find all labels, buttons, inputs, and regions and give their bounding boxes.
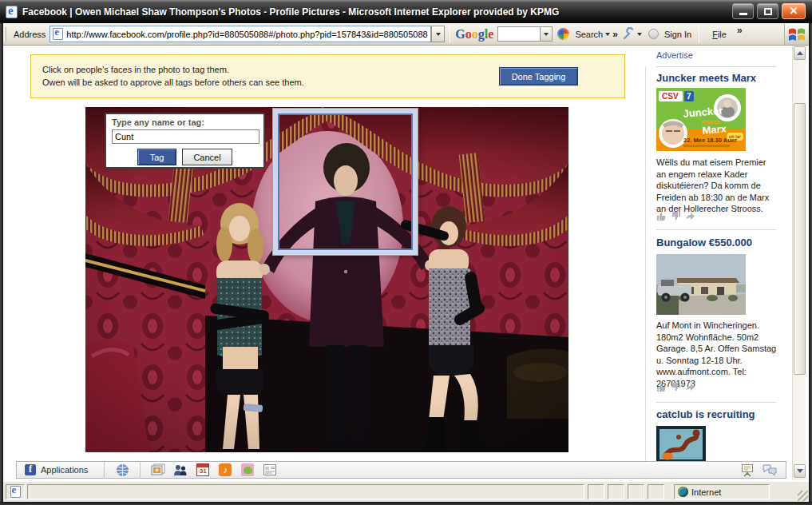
thumbs-up-icon[interactable] [656, 382, 667, 392]
menubar-overflow-chevron[interactable]: » [737, 25, 743, 36]
browse-apps-button[interactable] [113, 462, 132, 478]
advertise-link[interactable]: Advertise [656, 50, 693, 60]
share-icon[interactable] [685, 211, 695, 221]
google-logo[interactable]: Google [455, 27, 493, 42]
arrow-up-icon [797, 51, 803, 55]
thumbs-up-icon[interactable] [656, 211, 667, 221]
toolbar-grip[interactable] [4, 26, 6, 42]
google-search-button[interactable]: Search [575, 30, 603, 39]
zone-label: Internet [691, 487, 721, 497]
photos-app-button[interactable] [149, 462, 168, 478]
status-document-pane [6, 484, 25, 499]
security-zone-pane: Internet [674, 484, 770, 499]
applications-menu[interactable]: Applications [41, 465, 88, 475]
ad-feedback-icons [656, 382, 695, 392]
logo-letter: o [465, 27, 472, 41]
window-title: Facebook | Owen Michael Shaw Thompson's … [22, 6, 559, 18]
status-message-pane [27, 484, 584, 499]
google-search-dropdown[interactable] [541, 26, 553, 42]
status-pane [648, 484, 664, 499]
brain-icon [241, 463, 254, 476]
ie-icon [6, 6, 18, 18]
appbar-separator [104, 461, 105, 479]
chat-button[interactable] [760, 462, 779, 478]
ad-title-juncker[interactable]: Juncker meets Marx [656, 72, 756, 84]
ad-image-catclub[interactable] [656, 426, 706, 463]
scroll-down-button[interactable] [794, 464, 806, 478]
maximize-button[interactable] [757, 3, 778, 19]
status-pane [628, 484, 644, 499]
svg-text:CSV: CSV [662, 92, 679, 101]
notifications-button[interactable] [738, 462, 757, 478]
resize-grip[interactable] [798, 491, 808, 501]
wrench-icon[interactable] [622, 27, 636, 41]
ad-title-bungalow[interactable]: Bungalow €550.000 [656, 237, 752, 249]
minimize-button[interactable] [732, 3, 754, 19]
logo-letter: e [488, 27, 493, 41]
close-button[interactable]: ✕ [782, 3, 806, 19]
chat-bubbles-icon [762, 463, 778, 476]
facebook-logo-icon[interactable]: f [25, 464, 36, 475]
window-border-right [809, 23, 812, 505]
page-icon [53, 28, 63, 40]
section-divider [656, 66, 776, 67]
music-note-icon: ♪ [219, 463, 232, 476]
appbar-separator [140, 461, 141, 479]
minimize-icon [739, 13, 747, 15]
svg-text:Marx: Marx [702, 122, 727, 137]
likeness-app-button[interactable] [238, 462, 257, 478]
share-icon[interactable] [685, 382, 695, 392]
ad-title-catclub[interactable]: catclub is recruiting [656, 408, 755, 420]
ad-image-bungalow[interactable] [656, 254, 746, 315]
music-app-button[interactable]: ♪ [216, 462, 235, 478]
google-ball-icon [557, 28, 569, 40]
file-menu[interactable]: File [712, 30, 727, 39]
tag-button[interactable]: Tag [137, 149, 176, 165]
events-app-button[interactable]: 31 [193, 462, 212, 478]
facebook-app-bar: f Applications [16, 461, 786, 479]
globe-icon [116, 463, 129, 477]
done-tagging-button[interactable]: Done Tagging [499, 67, 578, 85]
svg-text:7: 7 [687, 92, 691, 101]
page-content: Click on people's faces in the photo to … [3, 46, 809, 480]
scrollbar-thumb[interactable] [794, 103, 806, 375]
sidebar-divider-vertical [645, 66, 646, 479]
title-bar: Facebook | Owen Michael Shaw Thompson's … [0, 0, 812, 23]
address-input[interactable]: http://www.facebook.com/profile.php?id=8… [50, 26, 431, 42]
notes-app-button[interactable] [260, 462, 279, 478]
chevron-down-icon [436, 33, 441, 36]
sign-in-icon [648, 29, 659, 39]
logo-letter: G [455, 27, 465, 41]
chevron-down-icon[interactable] [637, 33, 642, 36]
arrow-down-icon [797, 469, 803, 473]
chevron-down-icon[interactable] [605, 33, 610, 36]
friends-icon [173, 463, 188, 476]
vertical-scrollbar[interactable] [792, 46, 806, 480]
tag-dialog: Type any name or tag: Tag Cancel [105, 113, 265, 169]
browser-window: Facebook | Owen Michael Shaw Thompson's … [0, 0, 812, 505]
ad-image-juncker[interactable]: CSV 7 Juncker meets Marx oh la! 22. Mee … [656, 88, 746, 151]
photos-icon [151, 463, 165, 476]
calendar-icon: 31 [196, 463, 209, 476]
friends-app-button[interactable] [171, 462, 190, 478]
thumbs-down-icon[interactable] [671, 382, 681, 392]
maximize-icon [764, 8, 772, 15]
window-border-left [0, 23, 3, 505]
toolbar-separator [450, 26, 450, 43]
toolbar-separator [699, 26, 699, 43]
thumbs-down-icon[interactable] [671, 211, 681, 221]
logo-letter: g [478, 27, 485, 41]
toolbar-overflow-chevron[interactable]: » [612, 29, 618, 40]
google-search-input[interactable] [497, 26, 541, 42]
cancel-button[interactable]: Cancel [182, 149, 232, 165]
section-divider [656, 402, 776, 403]
easel-icon [740, 463, 755, 477]
address-label: Address [14, 30, 46, 39]
window-border-bottom [0, 502, 812, 505]
close-icon: ✕ [782, 5, 805, 17]
sign-in-button[interactable]: Sign In [664, 30, 691, 39]
tag-name-input[interactable] [112, 129, 259, 144]
scroll-up-button[interactable] [794, 46, 806, 60]
face-selection-inner-border [278, 113, 413, 250]
address-dropdown-button[interactable] [431, 26, 445, 42]
